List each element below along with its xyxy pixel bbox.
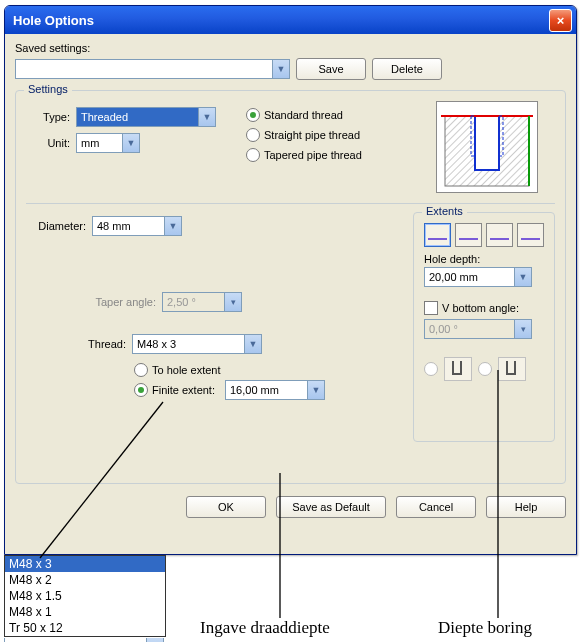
chevron-down-icon: ▾: [224, 293, 241, 311]
thread-options-list[interactable]: M48 x 3 M48 x 2 M48 x 1.5 M48 x 1 Tr 50 …: [4, 555, 166, 637]
unit-label: Unit:: [26, 137, 70, 149]
thread-combo[interactable]: M48 x 3 ▼: [132, 334, 262, 354]
radio-finite-extent[interactable]: Finite extent:: [134, 383, 215, 397]
radio-to-hole-extent[interactable]: To hole extent: [134, 363, 221, 377]
svg-rect-2: [475, 116, 499, 170]
list-item[interactable]: M48 x 2: [5, 572, 165, 588]
chevron-down-icon: ▼: [272, 60, 289, 78]
list-item[interactable]: Tr 50 x 12: [5, 620, 165, 636]
v-bottom-combo: 0,00 ° ▾: [424, 319, 532, 339]
radio-straight-pipe-thread[interactable]: Straight pipe thread: [246, 128, 360, 142]
extent-mode-3[interactable]: [486, 223, 513, 247]
type-combo[interactable]: Threaded ▼: [76, 107, 216, 127]
thread-label: Thread:: [26, 338, 126, 350]
save-button[interactable]: Save: [296, 58, 366, 80]
finite-extent-combo[interactable]: 16,00 mm ▼: [225, 380, 325, 400]
save-as-default-button[interactable]: Save as Default: [276, 496, 386, 518]
diameter-label: Diameter:: [26, 220, 86, 232]
taper-angle-combo: 2,50 ° ▾: [162, 292, 242, 312]
title-bar: Hole Options ×: [5, 6, 576, 34]
radio-tapered-pipe-thread[interactable]: Tapered pipe thread: [246, 148, 362, 162]
list-item[interactable]: M48 x 1.5: [5, 588, 165, 604]
delete-button[interactable]: Delete: [372, 58, 442, 80]
thread-options-combo-arrow[interactable]: ▼: [4, 638, 164, 643]
annotation-draaddiepte: Ingave draaddiepte: [200, 618, 330, 638]
direction-icon-1: [444, 357, 472, 381]
hole-depth-label: Hole depth:: [424, 253, 544, 265]
radio-standard-thread[interactable]: Standard thread: [246, 108, 343, 122]
direction-radio-2: [478, 362, 492, 376]
v-bottom-checkbox[interactable]: V bottom angle:: [424, 301, 519, 315]
diameter-combo[interactable]: 48 mm ▼: [92, 216, 182, 236]
saved-settings-combo[interactable]: ▼: [15, 59, 290, 79]
chevron-down-icon: ▼: [146, 638, 163, 642]
cancel-button[interactable]: Cancel: [396, 496, 476, 518]
extent-mode-4[interactable]: [517, 223, 544, 247]
chevron-down-icon: ▼: [122, 134, 139, 152]
help-button[interactable]: Help: [486, 496, 566, 518]
annotation-diepteboring: Diepte boring: [438, 618, 532, 638]
window-title: Hole Options: [13, 13, 94, 28]
list-item[interactable]: M48 x 1: [5, 604, 165, 620]
saved-settings-label: Saved settings:: [15, 42, 566, 54]
hole-preview: [436, 101, 538, 193]
extent-mode-1[interactable]: [424, 223, 451, 247]
chevron-down-icon: ▾: [514, 320, 531, 338]
settings-legend: Settings: [24, 83, 72, 95]
close-button[interactable]: ×: [549, 9, 572, 32]
chevron-down-icon: ▼: [514, 268, 531, 286]
list-item[interactable]: M48 x 3: [5, 556, 165, 572]
chevron-down-icon: ▼: [164, 217, 181, 235]
type-label: Type:: [26, 111, 70, 123]
hole-depth-combo[interactable]: 20,00 mm ▼: [424, 267, 532, 287]
ok-button[interactable]: OK: [186, 496, 266, 518]
direction-radio-1: [424, 362, 438, 376]
close-icon: ×: [557, 14, 565, 27]
chevron-down-icon: ▼: [198, 108, 215, 126]
direction-icon-2: [498, 357, 526, 381]
extent-mode-2[interactable]: [455, 223, 482, 247]
unit-combo[interactable]: mm ▼: [76, 133, 140, 153]
chevron-down-icon: ▼: [244, 335, 261, 353]
chevron-down-icon: ▼: [307, 381, 324, 399]
extents-legend: Extents: [422, 205, 467, 217]
taper-angle-label: Taper angle:: [26, 296, 156, 308]
